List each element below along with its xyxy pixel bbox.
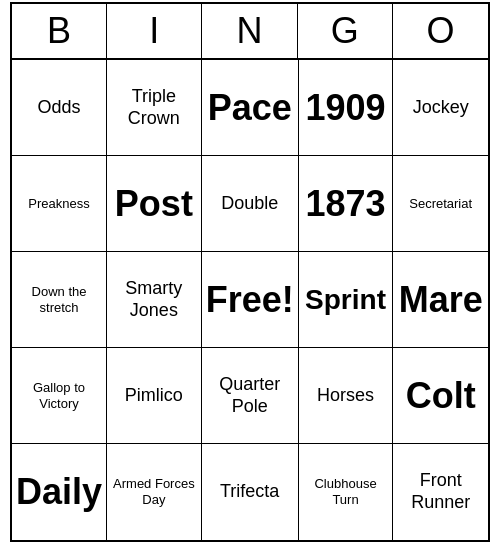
bingo-cell: Jockey: [393, 60, 488, 156]
bingo-cell: Free!: [202, 252, 299, 348]
header-letter: N: [202, 4, 297, 58]
bingo-cell: Trifecta: [202, 444, 299, 540]
cell-text: Pimlico: [125, 385, 183, 407]
cell-text: Clubhouse Turn: [303, 476, 389, 507]
cell-text: Double: [221, 193, 278, 215]
bingo-cell: Down the stretch: [12, 252, 107, 348]
bingo-cell: Secretariat: [393, 156, 488, 252]
cell-text: Mare: [399, 278, 483, 321]
bingo-cell: Armed Forces Day: [107, 444, 202, 540]
header-letter: O: [393, 4, 488, 58]
cell-text: Smarty Jones: [111, 278, 197, 321]
cell-text: Post: [115, 182, 193, 225]
cell-text: Armed Forces Day: [111, 476, 197, 507]
bingo-cell: Triple Crown: [107, 60, 202, 156]
cell-text: Free!: [206, 278, 294, 321]
bingo-header: BINGO: [12, 4, 488, 60]
cell-text: Secretariat: [409, 196, 472, 212]
bingo-cell: Preakness: [12, 156, 107, 252]
cell-text: Sprint: [305, 283, 386, 317]
bingo-cell: 1873: [299, 156, 394, 252]
header-letter: B: [12, 4, 107, 58]
bingo-cell: Odds: [12, 60, 107, 156]
cell-text: Colt: [406, 374, 476, 417]
bingo-cell: Gallop to Victory: [12, 348, 107, 444]
bingo-cell: Front Runner: [393, 444, 488, 540]
cell-text: Front Runner: [397, 470, 484, 513]
cell-text: Odds: [38, 97, 81, 119]
header-letter: G: [298, 4, 393, 58]
cell-text: Triple Crown: [111, 86, 197, 129]
bingo-cell: Colt: [393, 348, 488, 444]
bingo-cell: Pimlico: [107, 348, 202, 444]
bingo-cell: Smarty Jones: [107, 252, 202, 348]
cell-text: Horses: [317, 385, 374, 407]
cell-text: 1909: [305, 86, 385, 129]
bingo-cell: Sprint: [299, 252, 394, 348]
cell-text: Down the stretch: [16, 284, 102, 315]
bingo-grid: OddsTriple CrownPace1909JockeyPreaknessP…: [12, 60, 488, 540]
cell-text: Quarter Pole: [206, 374, 294, 417]
cell-text: Pace: [208, 86, 292, 129]
bingo-cell: Mare: [393, 252, 488, 348]
bingo-cell: Horses: [299, 348, 394, 444]
cell-text: Preakness: [28, 196, 89, 212]
bingo-cell: Quarter Pole: [202, 348, 299, 444]
bingo-cell: Pace: [202, 60, 299, 156]
cell-text: Jockey: [413, 97, 469, 119]
bingo-card: BINGO OddsTriple CrownPace1909JockeyPrea…: [10, 2, 490, 542]
cell-text: 1873: [305, 182, 385, 225]
bingo-cell: Clubhouse Turn: [299, 444, 394, 540]
header-letter: I: [107, 4, 202, 58]
bingo-cell: Double: [202, 156, 299, 252]
cell-text: Gallop to Victory: [16, 380, 102, 411]
cell-text: Daily: [16, 470, 102, 513]
bingo-cell: Post: [107, 156, 202, 252]
cell-text: Trifecta: [220, 481, 279, 503]
bingo-cell: 1909: [299, 60, 394, 156]
bingo-cell: Daily: [12, 444, 107, 540]
